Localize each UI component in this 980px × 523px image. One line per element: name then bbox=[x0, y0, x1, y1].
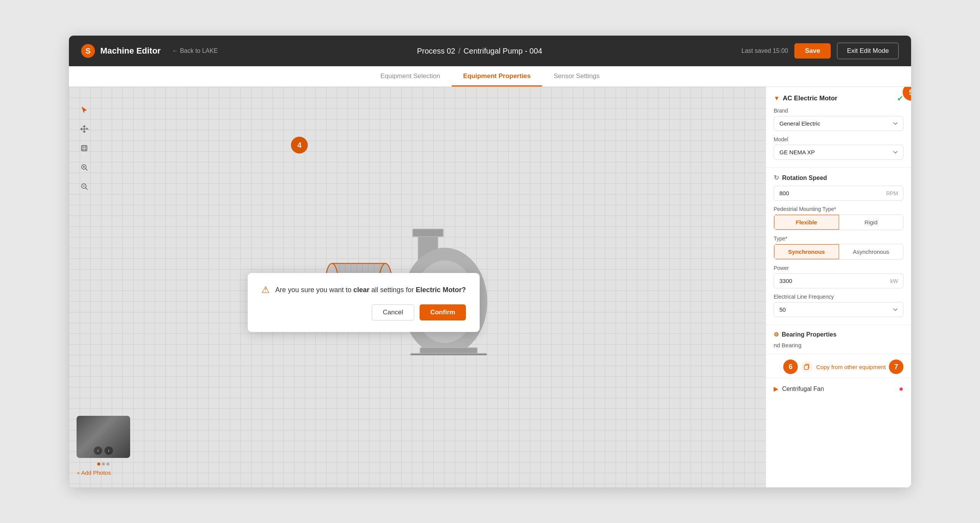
pedestrial-label: Pedestrial Mounting Type* bbox=[774, 206, 903, 212]
bearing-text: nd Bearing bbox=[774, 342, 903, 351]
tab-equipment-properties[interactable]: Equipment Properties bbox=[452, 68, 542, 87]
divider-3 bbox=[766, 354, 911, 354]
rotation-speed-header: ↻ Rotation Speed bbox=[766, 170, 911, 186]
tab-bar: Equipment Selection Equipment Properties… bbox=[69, 66, 911, 87]
bearing-title: Bearing Properties bbox=[782, 331, 836, 338]
breadcrumb-process: Process 02 bbox=[417, 47, 455, 56]
step-badge-6[interactable]: 6 bbox=[783, 360, 798, 374]
chevron-down-icon: ▼ bbox=[774, 95, 780, 102]
brand-field-group: Brand General Electric bbox=[766, 108, 911, 136]
check-complete-icon: ✔ bbox=[897, 94, 903, 103]
pedestrial-toggle-group: Flexible Rigid bbox=[774, 214, 903, 230]
app-logo-icon: S bbox=[81, 44, 95, 58]
bearing-section: nd Bearing bbox=[766, 342, 911, 351]
logo-letter: S bbox=[85, 47, 90, 56]
dialog-overlay: ⚠ Are you sure you want to clear all set… bbox=[69, 87, 766, 487]
confirm-button[interactable]: Confirm bbox=[420, 304, 466, 320]
rotation-speed-input-wrapper: RPM bbox=[774, 186, 903, 201]
fan-error-icon: ● bbox=[899, 384, 903, 393]
asynchronous-toggle-button[interactable]: Asynchronous bbox=[839, 244, 903, 259]
type-field-group: Type* Synchronous Asynchronous bbox=[766, 235, 911, 265]
synchronous-toggle-button[interactable]: Synchronous bbox=[774, 244, 839, 259]
power-input-wrapper: kW bbox=[774, 273, 903, 288]
warning-icon: ⚠ bbox=[261, 284, 270, 295]
model-field-group: Model GE NEMA XP bbox=[766, 136, 911, 165]
top-bar: S Machine Editor ← Back to LAKE Process … bbox=[69, 36, 911, 66]
rigid-toggle-button[interactable]: Rigid bbox=[839, 215, 903, 230]
centrifugal-fan-label-group: ▶ Centrifugal Fan bbox=[774, 385, 824, 392]
rotation-speed-field-group: RPM bbox=[766, 186, 911, 206]
tab-sensor-settings[interactable]: Sensor Settings bbox=[542, 68, 611, 87]
power-field-group: Power kW bbox=[766, 265, 911, 294]
back-to-lake-link[interactable]: ← Back to LAKE bbox=[172, 47, 218, 54]
copy-icon bbox=[801, 361, 813, 373]
fan-chevron-icon: ▶ bbox=[774, 385, 778, 392]
copy-from-equipment-button[interactable]: Copy from other equipment bbox=[801, 361, 886, 373]
centrifugal-fan-item[interactable]: ▶ Centrifugal Fan ● bbox=[766, 378, 911, 399]
dialog-message: Are you sure you want to clear all setti… bbox=[275, 286, 466, 294]
exit-edit-mode-button[interactable]: Exit Edit Mode bbox=[837, 42, 899, 59]
brand-select[interactable]: General Electric bbox=[774, 116, 903, 131]
section-title: ▼ AC Electric Motor bbox=[774, 95, 837, 102]
dialog-title-row: ⚠ Are you sure you want to clear all set… bbox=[261, 284, 466, 295]
breadcrumb-separator: / bbox=[458, 47, 461, 56]
canvas-area[interactable]: 1 2 bbox=[69, 87, 766, 487]
power-label: Power bbox=[774, 265, 903, 271]
bearing-section-header: ⚙ Bearing Properties bbox=[766, 327, 911, 342]
breadcrumb-equipment: Centrifugal Pump - 004 bbox=[464, 47, 542, 56]
elec-freq-select[interactable]: 50 bbox=[774, 302, 903, 317]
app-title: Machine Editor bbox=[100, 46, 161, 56]
type-toggle-group: Synchronous Asynchronous bbox=[774, 244, 903, 260]
pedestrial-field-group: Pedestrial Mounting Type* Flexible Rigid bbox=[766, 206, 911, 235]
svg-rect-33 bbox=[804, 365, 808, 369]
divider-1 bbox=[766, 167, 911, 168]
section-title-text: AC Electric Motor bbox=[783, 95, 838, 102]
elec-freq-field-group: Electrical Line Frequency 50 bbox=[766, 294, 911, 322]
model-label: Model bbox=[774, 136, 903, 142]
main-content: 1 2 bbox=[69, 87, 911, 487]
rotation-speed-title: Rotation Speed bbox=[782, 175, 827, 181]
model-select[interactable]: GE NEMA XP bbox=[774, 145, 903, 160]
rotation-speed-input[interactable] bbox=[774, 186, 903, 201]
elec-freq-label: Electrical Line Frequency bbox=[774, 294, 903, 300]
dialog-buttons: Cancel Confirm bbox=[261, 304, 466, 320]
brand-label: Brand bbox=[774, 108, 903, 114]
top-bar-actions: Last saved 15:00 Save Exit Edit Mode bbox=[742, 42, 899, 59]
last-saved-label: Last saved 15:00 bbox=[742, 47, 788, 54]
centrifugal-fan-label: Centrifugal Fan bbox=[782, 386, 824, 392]
ac-motor-section-header: ▼ AC Electric Motor ✔ bbox=[766, 87, 911, 108]
copy-button-row: 6 Copy from other equipment 7 bbox=[766, 356, 911, 378]
breadcrumb: Process 02 / Centrifugal Pump - 004 bbox=[218, 47, 742, 56]
power-input[interactable] bbox=[774, 273, 903, 288]
save-button[interactable]: Save bbox=[794, 43, 831, 59]
confirm-clear-dialog: ⚠ Are you sure you want to clear all set… bbox=[248, 273, 480, 332]
rpm-unit-label: RPM bbox=[886, 190, 898, 196]
cancel-button[interactable]: Cancel bbox=[372, 304, 414, 320]
type-label: Type* bbox=[774, 235, 903, 242]
bearing-icon: ⚙ bbox=[774, 331, 779, 338]
logo-area: S Machine Editor ← Back to LAKE bbox=[81, 44, 218, 58]
divider-2 bbox=[766, 325, 911, 325]
rotation-icon: ↻ bbox=[774, 174, 779, 182]
tab-equipment-selection[interactable]: Equipment Selection bbox=[369, 68, 452, 87]
step-badge-7[interactable]: 7 bbox=[889, 360, 903, 374]
right-panel: ▼ AC Electric Motor ✔ 5 Brand General El… bbox=[766, 87, 911, 487]
copy-row-container: 6 Copy from other equipment 7 bbox=[766, 356, 911, 378]
kw-unit-label: kW bbox=[890, 278, 898, 284]
flexible-toggle-button[interactable]: Flexible bbox=[774, 215, 839, 230]
